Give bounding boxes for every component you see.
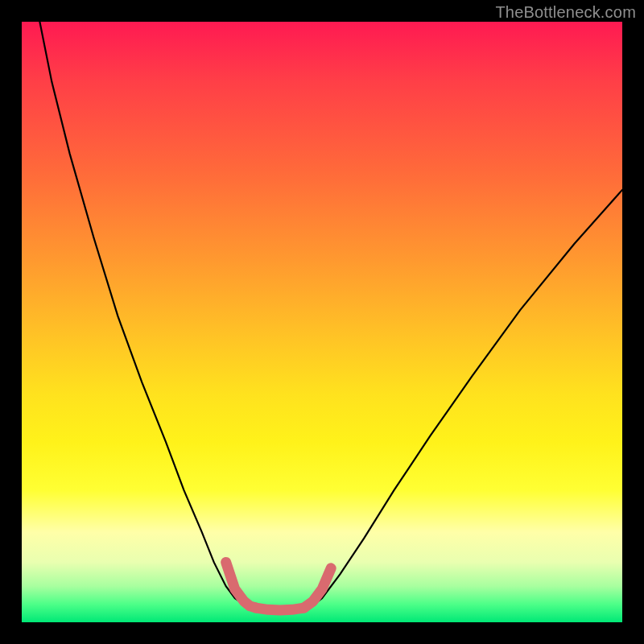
chart-frame: TheBottleneck.com <box>0 0 644 644</box>
accent-overlay-right <box>304 568 332 608</box>
plot-area <box>22 22 622 622</box>
accent-overlay-left <box>226 562 256 608</box>
curve-right-branch <box>310 190 622 607</box>
chart-svg <box>22 22 622 622</box>
accent-overlay-floor <box>256 608 304 610</box>
curve-left-branch <box>39 22 250 607</box>
watermark-text: TheBottleneck.com <box>495 3 636 22</box>
